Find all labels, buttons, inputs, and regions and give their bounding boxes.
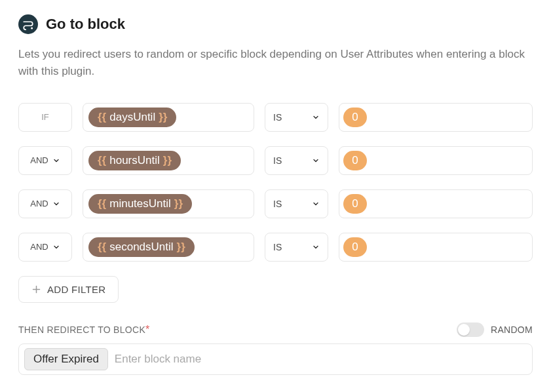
required-mark: * [145,324,149,335]
attribute-field[interactable]: {{minutesUntil}} [83,189,254,218]
connector-label: IF [41,112,49,122]
add-filter-button[interactable]: ADD FILTER [18,276,119,303]
chevron-down-icon [52,200,60,208]
attribute-field[interactable]: {{hoursUntil}} [83,146,254,175]
plus-icon [31,284,41,294]
connector-dropdown[interactable]: AND [18,233,72,262]
connector-dropdown[interactable]: AND [18,146,72,175]
value-field[interactable]: 0 [339,233,533,262]
operator-label: IS [273,155,282,166]
brace-close: }} [174,197,183,210]
connector-label: AND [30,242,48,252]
chevron-down-icon [52,157,60,165]
attribute-field[interactable]: {{secondsUntil}} [83,233,254,262]
connector-dropdown[interactable]: AND [18,189,72,218]
brace-open: {{ [98,111,106,124]
value-chip: 0 [343,108,367,127]
random-label: RANDOM [491,324,533,335]
operator-dropdown[interactable]: IS [265,189,328,218]
add-filter-label: ADD FILTER [47,284,105,295]
chevron-down-icon [52,243,60,251]
brace-close: }} [177,241,185,254]
svg-point-0 [31,28,33,29]
value-chip: 0 [343,194,367,214]
operator-dropdown[interactable]: IS [265,233,328,262]
brace-close: }} [159,111,167,124]
filter-row: IF{{daysUntil}}IS0 [18,103,533,132]
attribute-field[interactable]: {{daysUntil}} [83,103,254,132]
plugin-title: Go to block [46,16,125,33]
connector-static: IF [18,103,72,132]
block-name-input[interactable] [115,353,527,366]
chevron-down-icon [312,200,320,208]
attribute-chip: {{secondsUntil}} [88,237,195,257]
selected-block-chip[interactable]: Offer Expired [24,348,108,370]
brace-open: {{ [98,241,106,254]
operator-label: IS [273,199,282,209]
value-field[interactable]: 0 [339,146,533,175]
brace-open: {{ [98,154,106,167]
chevron-down-icon [312,243,320,251]
random-toggle[interactable] [457,323,484,337]
attribute-chip: {{minutesUntil}} [88,194,192,214]
brace-open: {{ [98,197,106,210]
attribute-name: daysUntil [109,111,155,124]
operator-dropdown[interactable]: IS [265,146,328,175]
attribute-name: secondsUntil [109,241,173,254]
value-field[interactable]: 0 [339,103,533,132]
operator-dropdown[interactable]: IS [265,103,328,132]
redirect-label: THEN REDIRECT TO BLOCK [18,324,145,335]
filter-row: AND{{hoursUntil}}IS0 [18,146,533,175]
toggle-knob [458,324,470,336]
plugin-description: Lets you redirect users to random or spe… [18,46,533,81]
redirect-header: THEN REDIRECT TO BLOCK* RANDOM [18,323,533,337]
chevron-down-icon [312,113,320,121]
value-field[interactable]: 0 [339,189,533,218]
filter-row: AND{{secondsUntil}}IS0 [18,233,533,262]
brace-close: }} [163,154,172,167]
filter-row: AND{{minutesUntil}}IS0 [18,189,533,218]
attribute-chip: {{daysUntil}} [88,108,176,127]
attribute-name: hoursUntil [109,154,160,167]
chevron-down-icon [312,157,320,165]
connector-label: AND [30,199,48,208]
attribute-name: minutesUntil [109,197,171,210]
value-chip: 0 [343,151,367,170]
value-chip: 0 [343,237,367,257]
operator-label: IS [273,112,282,123]
block-name-field[interactable]: Offer Expired [18,343,533,375]
connector-label: AND [30,155,48,165]
plugin-icon [18,14,38,34]
operator-label: IS [273,242,282,252]
plugin-header: Go to block [18,14,533,34]
attribute-chip: {{hoursUntil}} [88,151,181,170]
